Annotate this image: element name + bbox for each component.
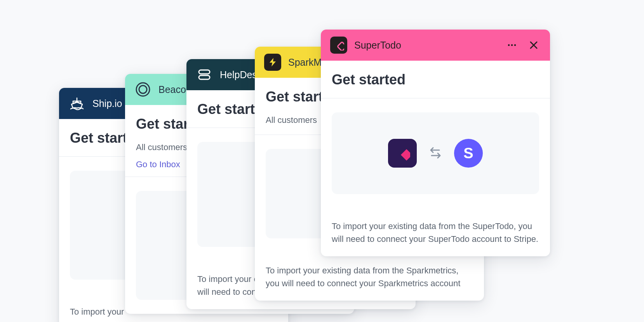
supertodo-icon	[330, 37, 347, 54]
app-title: SuperTodo	[354, 40, 498, 51]
divider	[321, 98, 550, 98]
card-stack: Ship.io Get started To import your Beaco…	[0, 0, 644, 322]
svg-rect-2	[199, 70, 210, 74]
svg-rect-8	[401, 149, 410, 161]
svg-point-1	[139, 86, 147, 93]
helpdesk-icon	[196, 66, 213, 83]
spark-icon	[264, 54, 281, 71]
stripe-initial: S	[463, 145, 473, 162]
body-title-wrap: Get started	[321, 61, 550, 98]
svg-rect-3	[199, 75, 210, 79]
sync-arrows-icon	[428, 145, 443, 162]
import-description: To import your existing data from the Su…	[321, 208, 550, 256]
more-button[interactable]	[505, 38, 519, 52]
close-button[interactable]	[527, 38, 541, 52]
connect-illustration: S	[332, 112, 539, 194]
ship-icon	[68, 95, 85, 112]
supertodo-app-icon	[388, 139, 417, 168]
import-description: To import your existing data from the Sp…	[255, 252, 484, 301]
svg-point-6	[511, 44, 513, 46]
card-header: SuperTodo	[321, 30, 550, 61]
svg-point-0	[136, 83, 150, 96]
stripe-app-icon: S	[454, 139, 483, 168]
beacon-icon	[134, 81, 151, 98]
page-title: Get started	[332, 72, 539, 88]
header-actions	[505, 38, 541, 52]
svg-point-7	[514, 44, 516, 46]
card-supertodo: SuperTodo Get started	[321, 30, 550, 256]
svg-rect-4	[337, 42, 344, 51]
svg-point-5	[508, 44, 510, 46]
